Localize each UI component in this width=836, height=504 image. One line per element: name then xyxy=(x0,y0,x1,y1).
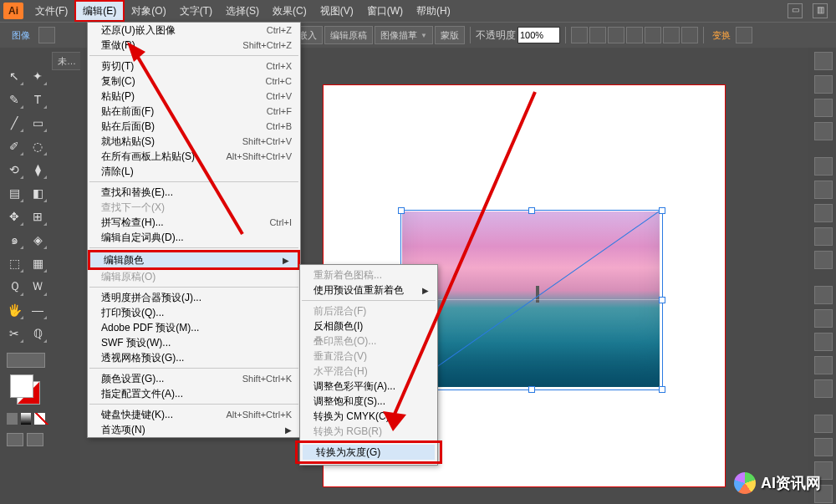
menu-effect[interactable]: 效果(C) xyxy=(266,0,314,22)
handle-br[interactable] xyxy=(659,386,665,393)
tool-20[interactable]: 🖐 xyxy=(3,299,25,321)
submenu-item-g1-1[interactable]: 使用预设值重新着色▶ xyxy=(300,283,437,298)
menu-item-g2-7[interactable]: 清除(L) xyxy=(88,164,300,179)
image-trace-button[interactable]: 图像描草 xyxy=(375,26,433,44)
handle-tr[interactable] xyxy=(659,207,665,214)
menu-item-g3-3[interactable]: 编辑自定词典(D)... xyxy=(88,230,300,245)
menu-item-g6-0[interactable]: 颜色设置(G)...Shift+Ctrl+K xyxy=(88,371,300,386)
tool-17[interactable]: ▦ xyxy=(27,252,48,274)
panel-icon-8[interactable] xyxy=(814,251,833,269)
tool-10[interactable]: ▤ xyxy=(3,182,25,204)
edit-original-button[interactable]: 编辑原稿 xyxy=(324,26,373,44)
tool-question-icon[interactable] xyxy=(7,353,45,368)
align-top-icon[interactable] xyxy=(626,27,643,43)
tool-2[interactable]: ✎ xyxy=(3,89,25,110)
panel-icon-7[interactable] xyxy=(814,227,833,246)
menu-item-g4-0[interactable]: 编辑颜色▶ xyxy=(90,252,298,267)
tool-1[interactable]: ✦ xyxy=(27,65,48,87)
align-center-icon[interactable] xyxy=(589,27,606,43)
gradient-mode-icon[interactable] xyxy=(21,413,32,425)
tool-19[interactable]: Ｗ xyxy=(27,276,48,298)
menu-item-g5-4[interactable]: 透视网格预设(G)... xyxy=(88,350,300,365)
menu-item-g2-1[interactable]: 复制(C)Ctrl+C xyxy=(88,74,300,89)
panel-icon-15[interactable] xyxy=(814,438,833,456)
handle-bc[interactable] xyxy=(528,386,535,393)
menu-window[interactable]: 窗口(W) xyxy=(360,0,410,22)
menu-item-g3-0[interactable]: 查找和替换(E)... xyxy=(88,185,300,200)
align-right-icon[interactable] xyxy=(608,27,624,43)
handle-tl[interactable] xyxy=(398,207,405,214)
menu-item-g5-3[interactable]: SWF 预设(W)... xyxy=(88,335,300,350)
handle-tc[interactable] xyxy=(528,207,535,214)
panel-icon-4[interactable] xyxy=(814,157,833,176)
submenu-item-g2-6[interactable]: 调整饱和度(S)... xyxy=(300,394,437,409)
screen-mode-full-icon[interactable] xyxy=(27,433,43,446)
tool-12[interactable]: ✥ xyxy=(3,206,25,227)
panel-icon-12[interactable] xyxy=(814,356,833,374)
tool-21[interactable]: — xyxy=(27,299,48,321)
color-mode-icon[interactable] xyxy=(7,413,18,425)
menu-select[interactable]: 选择(S) xyxy=(219,0,266,22)
menu-file[interactable]: 文件(F) xyxy=(28,0,74,22)
menu-edit[interactable]: 编辑(E) xyxy=(74,0,125,22)
menu-item-g2-5[interactable]: 就地粘贴(S)Shift+Ctrl+V xyxy=(88,134,300,149)
menu-item-g2-4[interactable]: 贴在后面(B)Ctrl+B xyxy=(88,119,300,134)
distribute-icon[interactable] xyxy=(681,27,698,43)
align-bottom-icon[interactable] xyxy=(663,27,680,43)
tool-3[interactable]: T xyxy=(27,89,48,110)
linked-file-icon[interactable] xyxy=(38,27,55,43)
color-swatch[interactable] xyxy=(10,374,40,405)
handle-mr[interactable] xyxy=(659,297,665,303)
panel-icon-11[interactable] xyxy=(814,333,833,351)
panel-icon-3[interactable] xyxy=(814,122,833,140)
panel-icon-6[interactable] xyxy=(814,204,833,222)
transform-link[interactable]: 变换 xyxy=(709,29,734,42)
submenu-item-g2-1[interactable]: 反相颜色(I) xyxy=(300,318,437,333)
submenu-item-g2-7[interactable]: 转换为 CMYK(C) xyxy=(300,409,437,424)
panel-icon-5[interactable] xyxy=(814,181,833,199)
tool-5[interactable]: ▭ xyxy=(27,112,48,134)
menu-item-g5-1[interactable]: 打印预设(Q)... xyxy=(88,305,300,320)
menu-item-g7-0[interactable]: 键盘快捷键(K)...Alt+Shift+Ctrl+K xyxy=(88,407,300,422)
mask-button[interactable]: 蒙版 xyxy=(435,26,465,44)
tool-11[interactable]: ◧ xyxy=(27,182,48,204)
tool-14[interactable]: ๑ xyxy=(3,229,25,251)
menu-item-g5-2[interactable]: Adobe PDF 预设(M)... xyxy=(88,320,300,335)
menu-item-g2-2[interactable]: 粘贴(P)Ctrl+V xyxy=(88,89,300,104)
tool-16[interactable]: ⬚ xyxy=(3,252,25,274)
tool-6[interactable]: ✐ xyxy=(3,135,25,157)
tool-0[interactable]: ↖ xyxy=(3,65,25,87)
menu-item-g1-1[interactable]: 重做(R)Shift+Ctrl+Z xyxy=(88,38,300,53)
tool-22[interactable]: ✂ xyxy=(3,323,25,344)
opacity-input[interactable] xyxy=(517,27,560,43)
menu-item-g7-1[interactable]: 首选项(N)▶ xyxy=(88,422,300,437)
more-options-icon[interactable] xyxy=(736,27,752,43)
tool-7[interactable]: ◌ xyxy=(27,135,48,157)
none-mode-icon[interactable] xyxy=(34,413,45,425)
tool-8[interactable]: ⟲ xyxy=(3,159,25,181)
fill-color[interactable] xyxy=(10,374,33,398)
screen-mode-normal-icon[interactable] xyxy=(7,433,23,446)
menu-object[interactable]: 对象(O) xyxy=(125,0,172,22)
menu-item-g2-0[interactable]: 剪切(T)Ctrl+X xyxy=(88,59,300,74)
submenu-item-g2-5[interactable]: 调整色彩平衡(A)... xyxy=(300,379,437,394)
align-left-icon[interactable] xyxy=(571,27,588,43)
tool-15[interactable]: ◈ xyxy=(27,229,48,251)
menu-item-g6-1[interactable]: 指定配置文件(A)... xyxy=(88,386,300,401)
layout-toggle-icon[interactable]: ▭ xyxy=(788,3,803,18)
panel-icon-0[interactable] xyxy=(814,52,833,70)
panel-icon-1[interactable] xyxy=(814,75,833,94)
menu-help[interactable]: 帮助(H) xyxy=(410,0,457,22)
tool-13[interactable]: ⊞ xyxy=(27,206,48,227)
panel-icon-9[interactable] xyxy=(814,286,833,304)
tool-23[interactable]: ℚ xyxy=(27,323,48,344)
panel-icon-10[interactable] xyxy=(814,309,833,328)
tool-9[interactable]: ⧫ xyxy=(27,159,48,181)
menu-type[interactable]: 文字(T) xyxy=(173,0,219,22)
panel-icon-14[interactable] xyxy=(814,415,833,433)
menu-item-g3-2[interactable]: 拼写检查(H)...Ctrl+I xyxy=(88,215,300,230)
tool-4[interactable]: ╱ xyxy=(3,112,25,134)
menu-view[interactable]: 视图(V) xyxy=(314,0,360,22)
menu-item-g2-3[interactable]: 贴在前面(F)Ctrl+F xyxy=(88,104,300,119)
arrange-icon[interactable]: ▥ xyxy=(813,3,828,18)
